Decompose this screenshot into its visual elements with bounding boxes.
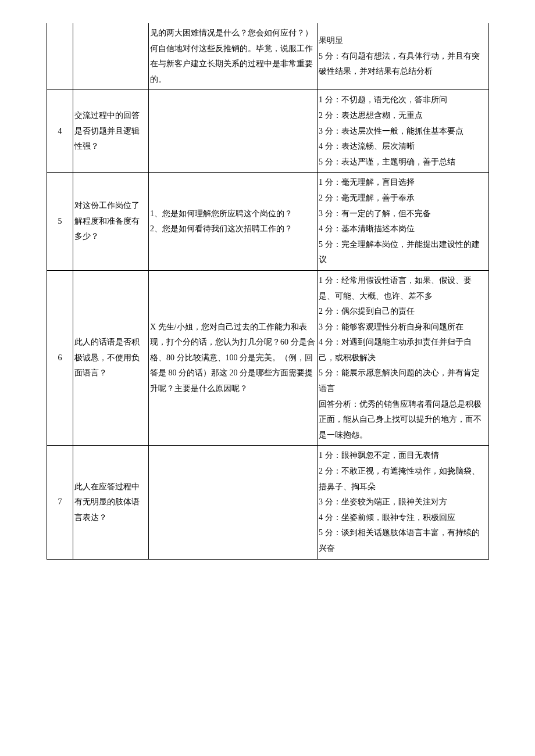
table-row: 5对这份工作岗位了解程度和准备度有多少？1、您是如何理解您所应聘这个岗位的？2、… [47, 173, 489, 271]
row-number: 6 [47, 270, 73, 446]
scoring-cell: 1 分：不切题，语无伦次，答非所问2 分：表达思想含糊，无重点3 分：表达层次性… [318, 90, 489, 173]
question-cell: 见的两大困难情况是什么？您会如何应付？）何自信地对付这些反推销的。毕竟，说服工作… [149, 23, 318, 90]
scoring-cell: 1 分：毫无理解，盲目选择2 分：毫无理解，善于奉承3 分：有一定的了解，但不完… [318, 173, 489, 271]
criterion-cell: 交流过程中的回答是否切题并且逻辑性强？ [73, 90, 149, 173]
scoring-cell: 1 分：经常用假设性语言，如果、假设、要是、可能、大概、也许、差不多2 分：偶尔… [318, 270, 489, 446]
row-number: 4 [47, 90, 73, 173]
question-cell [149, 90, 318, 173]
criterion-cell: 对这份工作岗位了解程度和准备度有多少？ [73, 173, 149, 271]
table-row: 见的两大困难情况是什么？您会如何应付？）何自信地对付这些反推销的。毕竟，说服工作… [47, 23, 489, 90]
row-number [47, 23, 73, 90]
document-page: 见的两大困难情况是什么？您会如何应付？）何自信地对付这些反推销的。毕竟，说服工作… [47, 23, 488, 560]
question-cell: 1、您是如何理解您所应聘这个岗位的？2、您是如何看待我们这次招聘工作的？ [149, 173, 318, 271]
scoring-cell: 1 分：眼神飘忽不定，面目无表情2 分：不敢正视，有遮掩性动作，如挠脑袋、捂鼻子… [318, 446, 489, 559]
table-row: 4交流过程中的回答是否切题并且逻辑性强？1 分：不切题，语无伦次，答非所问2 分… [47, 90, 489, 173]
evaluation-table: 见的两大困难情况是什么？您会如何应付？）何自信地对付这些反推销的。毕竟，说服工作… [47, 23, 489, 560]
question-cell [149, 446, 318, 559]
criterion-cell [73, 23, 149, 90]
table-row: 6此人的话语是否积极诚恳，不使用负面语言？X 先生/小姐，您对自己过去的工作能力… [47, 270, 489, 446]
row-number: 7 [47, 446, 73, 559]
scoring-cell: 果明显5 分：有问题有想法，有具体行动，并且有突破性结果，并对结果有总结分析 [318, 23, 489, 90]
table-row: 7此人在应答过程中有无明显的肢体语言表达？1 分：眼神飘忽不定，面目无表情2 分… [47, 446, 489, 559]
criterion-cell: 此人在应答过程中有无明显的肢体语言表达？ [73, 446, 149, 559]
row-number: 5 [47, 173, 73, 271]
question-cell: X 先生/小姐，您对自己过去的工作能力和表现，打个分的话，您认为打几分呢？60 … [149, 270, 318, 446]
criterion-cell: 此人的话语是否积极诚恳，不使用负面语言？ [73, 270, 149, 446]
